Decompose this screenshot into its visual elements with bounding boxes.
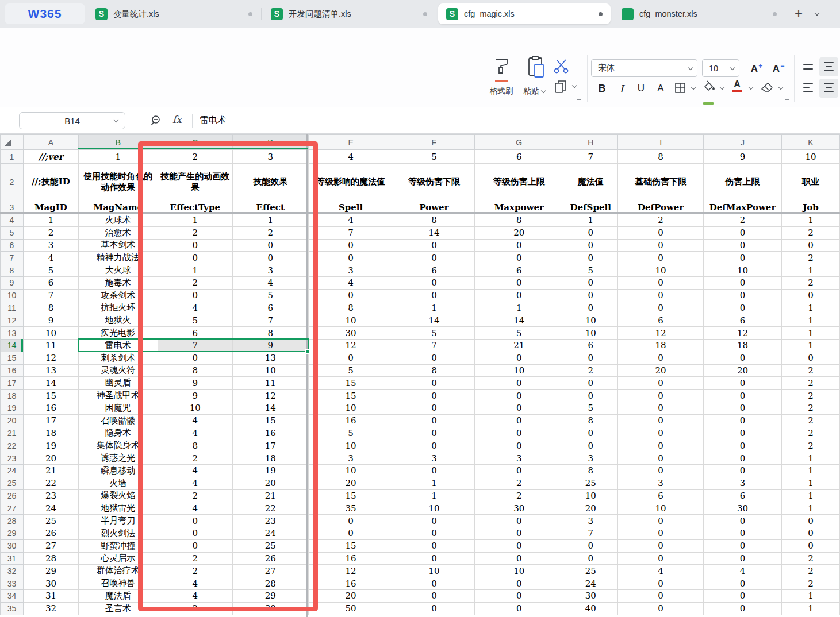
cell-K19[interactable]: 2	[782, 402, 840, 414]
cell-I27[interactable]: 10	[618, 502, 704, 515]
cell-G19[interactable]: 0	[475, 402, 563, 414]
cell-I20[interactable]: 0	[618, 414, 704, 427]
cell-E33[interactable]: 16	[308, 577, 393, 590]
font-color-icon[interactable]: A	[731, 79, 743, 92]
row-header-24[interactable]: 24	[1, 464, 24, 477]
bold-button[interactable]: B	[593, 80, 611, 97]
cell-K30[interactable]: 0	[782, 539, 840, 552]
borders-icon[interactable]	[674, 82, 686, 94]
cell-A13[interactable]: 10	[23, 327, 78, 340]
cell-K32[interactable]: 2	[782, 565, 840, 577]
select-all-corner-icon[interactable]	[5, 140, 11, 146]
cell-A9[interactable]: 6	[23, 276, 78, 289]
cell-E2[interactable]: 等级影响的魔法值	[308, 164, 393, 200]
cell-H1[interactable]: 7	[563, 150, 618, 164]
row-header-30[interactable]: 30	[1, 539, 24, 552]
cell-G35[interactable]: 0	[475, 602, 563, 615]
cell-E28[interactable]: 0	[308, 515, 393, 527]
cell-E17[interactable]: 15	[308, 377, 393, 390]
cell-J21[interactable]: 0	[704, 427, 782, 439]
cell-E22[interactable]: 10	[308, 439, 393, 452]
cell-J6[interactable]: 0	[704, 239, 782, 252]
cell-H24[interactable]: 8	[563, 464, 618, 477]
row-header-18[interactable]: 18	[1, 390, 24, 402]
cell-H6[interactable]: 0	[563, 239, 618, 252]
cell-F10[interactable]: 0	[393, 289, 475, 302]
row-header-29[interactable]: 29	[1, 527, 24, 539]
cell-G23[interactable]: 3	[475, 452, 563, 465]
cell-H35[interactable]: 40	[563, 602, 618, 615]
cell-A19[interactable]: 16	[23, 402, 78, 414]
cell-F24[interactable]: 0	[393, 464, 475, 477]
clear-format-eraser-icon[interactable]	[760, 82, 774, 93]
italic-button[interactable]: I	[612, 80, 631, 97]
cell-E34[interactable]: 20	[308, 589, 393, 602]
row-header-10[interactable]: 10	[1, 289, 24, 302]
cell-F5[interactable]: 14	[393, 226, 475, 239]
cell-K8[interactable]: 1	[782, 264, 840, 277]
cell-F15[interactable]: 0	[393, 352, 475, 364]
row-header-28[interactable]: 28	[1, 515, 24, 527]
column-header-G[interactable]: G	[475, 135, 563, 150]
borders-chevron-icon[interactable]	[691, 85, 696, 90]
cell-J12[interactable]: 6	[704, 314, 782, 327]
cell-J17[interactable]: 0	[704, 377, 782, 390]
vertical-align-top-button[interactable]	[799, 57, 818, 76]
cell-A30[interactable]: 27	[23, 539, 78, 552]
zoom-search-icon[interactable]	[149, 114, 163, 128]
cell-K20[interactable]: 2	[782, 414, 840, 427]
cell-E18[interactable]: 15	[308, 390, 393, 402]
cell-E32[interactable]: 12	[308, 565, 393, 577]
cell-I31[interactable]: 0	[618, 552, 704, 565]
cell-H12[interactable]: 10	[563, 314, 618, 327]
cell-K31[interactable]: 2	[782, 552, 840, 565]
cell-J26[interactable]: 6	[704, 489, 782, 502]
cell-F33[interactable]: 0	[393, 577, 475, 590]
cell-A22[interactable]: 19	[23, 439, 78, 452]
cell-H22[interactable]: 0	[563, 439, 618, 452]
cell-I22[interactable]: 0	[618, 439, 704, 452]
fill-color-chevron-icon[interactable]	[720, 85, 724, 90]
cell-I28[interactable]: 0	[618, 515, 704, 527]
cell-H34[interactable]: 30	[563, 589, 618, 602]
row-header-5[interactable]: 5	[1, 226, 24, 239]
tab-list-chevron-icon[interactable]	[815, 11, 819, 16]
cell-A6[interactable]: 3	[23, 239, 78, 252]
doc-tab-cfg-magic[interactable]: S cfg_magic.xls	[438, 3, 611, 24]
cell-K1[interactable]: 10	[782, 150, 840, 164]
cell-G26[interactable]: 2	[475, 489, 563, 502]
row-header-35[interactable]: 35	[1, 602, 24, 615]
row-header-6[interactable]: 6	[1, 239, 24, 252]
column-header-J[interactable]: J	[704, 135, 782, 150]
increase-font-button[interactable]: A+	[747, 60, 766, 78]
cell-H4[interactable]: 1	[563, 214, 618, 227]
cell-E13[interactable]: 30	[308, 327, 393, 340]
cell-I15[interactable]: 0	[618, 352, 704, 364]
cell-I30[interactable]: 0	[618, 539, 704, 552]
cell-A16[interactable]: 13	[23, 364, 78, 377]
cell-F30[interactable]: 0	[393, 539, 475, 552]
cell-K10[interactable]: 0	[782, 289, 840, 302]
cell-I11[interactable]: 0	[618, 302, 704, 314]
cell-H7[interactable]: 0	[563, 252, 618, 264]
align-left-button[interactable]	[799, 79, 818, 98]
cell-A17[interactable]: 14	[23, 377, 78, 390]
cell-I8[interactable]: 10	[618, 264, 704, 277]
cell-A34[interactable]: 31	[23, 589, 78, 602]
fill-color-icon[interactable]	[703, 80, 715, 93]
font-size-select[interactable]: 10	[702, 59, 739, 77]
cell-E35[interactable]: 50	[308, 602, 393, 615]
underline-button[interactable]: U	[632, 80, 650, 97]
cell-J10[interactable]: 0	[704, 289, 782, 302]
cell-A8[interactable]: 5	[23, 264, 78, 277]
cell-J31[interactable]: 0	[704, 552, 782, 565]
cell-J25[interactable]: 3	[704, 477, 782, 489]
row-header-23[interactable]: 23	[1, 452, 24, 465]
cell-I25[interactable]: 3	[618, 477, 704, 489]
cell-F22[interactable]: 0	[393, 439, 475, 452]
cell-I34[interactable]: 0	[618, 589, 704, 602]
cell-G32[interactable]: 10	[475, 565, 563, 577]
cell-H10[interactable]: 0	[563, 289, 618, 302]
cell-G25[interactable]: 2	[475, 477, 563, 489]
cell-I9[interactable]: 0	[618, 276, 704, 289]
